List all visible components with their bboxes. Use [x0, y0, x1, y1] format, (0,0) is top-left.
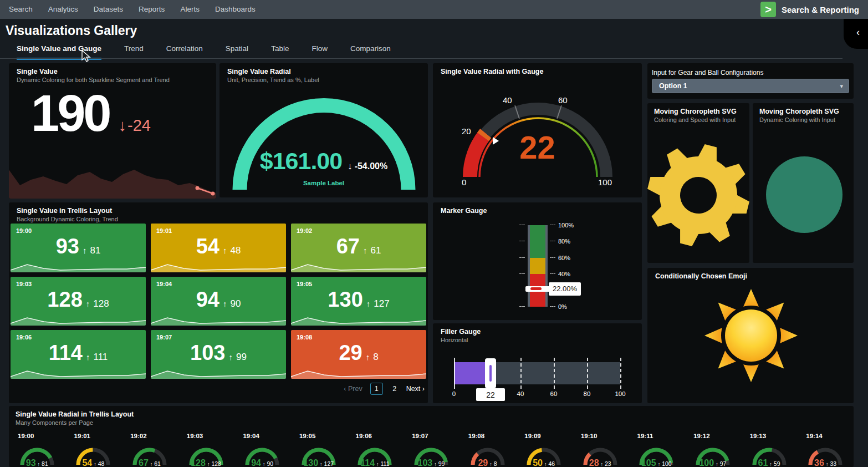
pagination-page-2[interactable]: 2: [391, 385, 399, 393]
mini-gauge-trend: 127: [324, 460, 334, 467]
tick-mark: [520, 358, 522, 389]
gauge-time-label: 19:05: [299, 433, 315, 439]
trend-up-icon: ↑: [366, 299, 371, 308]
navbar-item-label: Reports: [139, 5, 165, 13]
trend-up-icon: ↑: [376, 461, 379, 467]
gauge-time-label: 19:14: [806, 433, 822, 439]
panel-emoji: Conditionally Chosen Emoji: [647, 268, 854, 403]
tab[interactable]: Table: [271, 44, 289, 60]
tab[interactable]: Trend: [124, 44, 144, 60]
navbar-item[interactable]: Datasets: [86, 0, 131, 19]
trend-up-icon: ↑: [223, 299, 227, 308]
mini-gauge-value: 93: [26, 458, 36, 467]
prev-label: Prev: [348, 385, 362, 393]
tick-mark: [550, 273, 555, 274]
radial-trellis-cell: 19:02 67 ↑ 61: [121, 433, 178, 467]
tick-mark: [519, 241, 525, 241]
mini-gauge-value: 103: [418, 458, 433, 467]
page-title: Visualizations Gallery: [6, 23, 137, 38]
mini-radial-gauge: 29 ↑ 8: [470, 444, 506, 467]
panel-subtitle: Coloring and Speed with Input: [654, 116, 736, 123]
mini-gauge-value: 105: [641, 458, 656, 467]
gauge-time-label: 19:01: [74, 433, 90, 439]
navbar-item[interactable]: Alerts: [172, 0, 207, 19]
next-label: Next: [406, 385, 421, 393]
tick-mark: [519, 257, 525, 258]
caret-down-icon: ▾: [840, 83, 843, 90]
single-value-number: 190: [31, 85, 110, 141]
navbar-item[interactable]: Search: [1, 0, 40, 19]
trend-up-icon: ↑: [150, 461, 153, 467]
trellis-tile: 19:08 29 ↑ 8: [291, 330, 426, 379]
tile-value: 93: [56, 235, 79, 258]
navbar-menu: Search Analytics Datasets Reports Alerts…: [0, 0, 263, 19]
chevron-left-icon: ‹: [344, 385, 346, 393]
mini-radial-gauge: 128 ↑ 128: [188, 444, 224, 467]
tile-trend-value: 128: [93, 298, 109, 309]
tile-time-label: 19:05: [297, 281, 312, 287]
trellis-grid: 19:00 93 ↑ 81 19:01 54 ↑ 48: [11, 224, 426, 379]
tile-time-label: 19:00: [16, 227, 32, 234]
app-badge[interactable]: > Search & Reporting: [760, 0, 859, 19]
tab[interactable]: Comparison: [350, 44, 391, 60]
navbar-item[interactable]: Analytics: [40, 0, 86, 19]
panel-subtitle: Horizontal: [441, 337, 468, 343]
option-dropdown[interactable]: Option 1 ▾: [652, 79, 849, 93]
collapse-panel-button[interactable]: ‹: [844, 19, 868, 49]
tab[interactable]: Correlation: [166, 44, 203, 60]
tab-label: Trend: [124, 44, 144, 53]
radial-trellis-cell: 19:04 94 ↑ 90: [234, 433, 290, 467]
panel-subtitle: Dynamic Coloring for both Sparkline Segm…: [17, 77, 170, 83]
trellis-tile: 19:05 130 ↑ 127: [291, 277, 426, 326]
mini-gauge-value: 36: [814, 458, 824, 467]
tile-trend-value: 81: [90, 245, 100, 256]
mini-gauge-trend: 61: [154, 460, 161, 467]
mini-radial-gauge: 50 ↑ 46: [526, 444, 561, 467]
mini-radial-gauge: 61 ↑ 59: [752, 444, 787, 467]
tile-value: 130: [328, 288, 362, 312]
radial-trellis-cell: 19:07 103 ↑ 99: [403, 433, 459, 467]
gauge-tick-40: 40: [503, 95, 512, 105]
mini-radial-gauge: 36 ↑ 33: [808, 444, 843, 467]
tile-sparkline: [151, 314, 286, 326]
mini-gauge-value: 94: [251, 458, 261, 467]
tab[interactable]: Single Value and Gauge: [17, 44, 101, 60]
top-navbar: Search Analytics Datasets Reports Alerts…: [0, 0, 868, 19]
mini-gauge-value: 61: [758, 458, 768, 467]
mini-gauge-trend: 128: [211, 460, 221, 467]
trend-down-icon: ↓: [119, 116, 127, 135]
navbar-item[interactable]: Reports: [131, 0, 172, 19]
mini-gauge-value: 114: [360, 458, 375, 467]
tile-time-label: 19:08: [297, 334, 312, 341]
navbar-item[interactable]: Dashboards: [207, 0, 263, 19]
mini-radial-gauge: 54 ↑ 48: [75, 444, 111, 467]
tile-value: 29: [339, 341, 362, 365]
trend-up-icon: ↑: [320, 461, 323, 467]
tick-label: 0: [452, 390, 456, 397]
pagination-next[interactable]: Next ›: [406, 385, 425, 393]
pagination-prev[interactable]: ‹ Prev: [344, 385, 362, 393]
panel-gear-svg: Moving Chroropleth SVG Coloring and Spee…: [647, 103, 749, 263]
input-label: Input for Gear and Ball Configurations: [652, 69, 763, 77]
trend-up-icon: ↑: [228, 352, 233, 362]
tick-mark: [550, 225, 555, 225]
tick-mark: [550, 241, 555, 241]
tick-label: 0%: [558, 303, 567, 310]
mini-gauge-trend: 100: [662, 460, 672, 467]
pagination-page-1[interactable]: 1: [370, 383, 383, 395]
trend-up-icon: ↑: [38, 461, 40, 467]
tab-divider: [0, 58, 843, 59]
tick-label: 60%: [558, 255, 570, 261]
tab[interactable]: Spatial: [226, 44, 248, 60]
mini-radial-gauge: 67 ↑ 61: [132, 444, 167, 467]
tab-label: Table: [271, 44, 289, 53]
panel-title: Conditionally Chosen Emoji: [655, 272, 747, 280]
trend-down-icon: ↓: [348, 161, 352, 171]
mini-radial-gauge: 100 ↑ 97: [695, 444, 731, 467]
filler-gauge-handle[interactable]: [485, 358, 496, 388]
tab[interactable]: Flow: [312, 44, 328, 60]
tab-label: Correlation: [166, 44, 203, 53]
ball-icon: [753, 103, 854, 263]
panel-filler-gauge: Filler Gauge Horizontal 0406080100 22: [433, 323, 642, 403]
tile-sparkline: [11, 261, 146, 272]
